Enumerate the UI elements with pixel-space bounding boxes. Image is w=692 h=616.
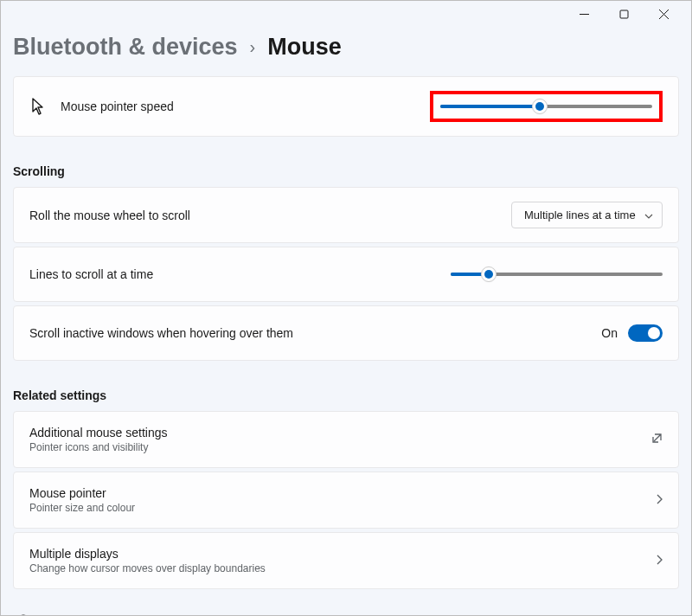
window-titlebar: [1, 1, 691, 27]
setting-lines-to-scroll: Lines to scroll at a time: [13, 247, 679, 302]
pointer-title: Mouse pointer: [29, 486, 642, 500]
maximize-button[interactable]: [612, 2, 636, 26]
svg-rect-1: [620, 10, 628, 18]
close-button[interactable]: [651, 2, 676, 26]
roll-wheel-dropdown[interactable]: Multiple lines at a time: [511, 202, 663, 228]
setting-scroll-inactive: Scroll inactive windows when hovering ov…: [13, 305, 679, 361]
cursor-icon: [29, 98, 47, 115]
breadcrumb: Bluetooth & devices › Mouse: [13, 27, 679, 76]
pointer-speed-label: Mouse pointer speed: [61, 99, 416, 113]
slider-thumb[interactable]: [532, 99, 548, 114]
breadcrumb-current: Mouse: [267, 34, 342, 61]
section-heading-related: Related settings: [13, 364, 679, 411]
displays-sub: Change how cursor moves over display bou…: [29, 562, 642, 574]
setting-roll-wheel: Roll the mouse wheel to scroll Multiple …: [13, 187, 679, 243]
pointer-sub: Pointer size and colour: [29, 502, 642, 514]
pointer-speed-slider[interactable]: [440, 98, 652, 115]
breadcrumb-parent[interactable]: Bluetooth & devices: [13, 34, 238, 61]
additional-sub: Pointer icons and visibility: [29, 441, 638, 453]
section-heading-scrolling: Scrolling: [13, 140, 679, 187]
chevron-right-icon: [656, 493, 663, 507]
lines-to-scroll-slider[interactable]: [451, 266, 663, 283]
additional-title: Additional mouse settings: [29, 426, 638, 440]
chevron-right-icon: ›: [250, 37, 256, 57]
chevron-right-icon: [656, 554, 663, 568]
link-mouse-pointer[interactable]: Mouse pointer Pointer size and colour: [13, 472, 679, 529]
link-additional-mouse-settings[interactable]: Additional mouse settings Pointer icons …: [13, 411, 679, 468]
lines-to-scroll-label: Lines to scroll at a time: [29, 267, 437, 281]
slider-thumb[interactable]: [481, 266, 497, 282]
slider-fill: [440, 105, 540, 108]
dropdown-selected: Multiple lines at a time: [524, 209, 636, 221]
highlight-annotation: [430, 91, 663, 122]
toggle-state-label: On: [601, 326, 618, 340]
displays-title: Multiple displays: [29, 547, 642, 561]
scroll-inactive-label: Scroll inactive windows when hovering ov…: [29, 326, 587, 340]
link-multiple-displays[interactable]: Multiple displays Change how cursor move…: [13, 532, 679, 589]
help-row: Get help: [13, 593, 679, 616]
setting-pointer-speed: Mouse pointer speed: [13, 76, 679, 137]
minimize-button[interactable]: [572, 2, 596, 26]
scroll-inactive-toggle[interactable]: [628, 324, 663, 342]
roll-wheel-label: Roll the mouse wheel to scroll: [29, 209, 497, 222]
open-external-icon: [651, 433, 663, 446]
chevron-down-icon: [644, 209, 653, 221]
